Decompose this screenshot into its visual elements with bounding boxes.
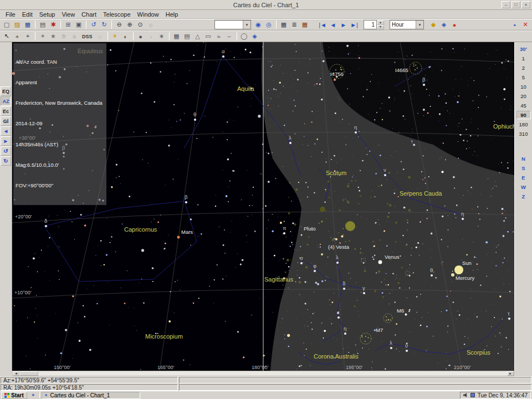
nav-first-icon[interactable]: |◄: [318, 20, 328, 30]
fov-button-30m[interactable]: 30': [516, 45, 531, 53]
fov-button-310[interactable]: 310: [516, 130, 531, 138]
scroll-left-icon[interactable]: ◄: [13, 371, 19, 376]
pan-left-icon[interactable]: ◄: [1, 126, 11, 136]
compass-button-n[interactable]: N: [516, 155, 531, 163]
compass-button-e[interactable]: E: [516, 173, 531, 182]
object-list-icon[interactable]: ≣: [289, 20, 299, 30]
chevron-down-icon[interactable]: ▼: [243, 21, 250, 29]
fov-button-180[interactable]: 180: [516, 120, 531, 129]
comets-toggle-icon[interactable]: ∗: [157, 32, 167, 42]
scroll-right-icon[interactable]: ►: [507, 371, 514, 376]
scroll-trough[interactable]: [38, 371, 507, 376]
pan-icon[interactable]: +: [12, 32, 22, 42]
snapshot-icon[interactable]: ▣: [74, 20, 84, 30]
quick-launch-icon[interactable]: ✶: [29, 392, 38, 399]
center-icon[interactable]: ⌖: [23, 32, 33, 42]
volume-icon[interactable]: [463, 393, 468, 397]
zoom-out-icon[interactable]: ⊖: [114, 20, 124, 30]
grid-toggle-icon[interactable]: ▦: [279, 20, 289, 30]
fov-button-90[interactable]: 90: [516, 111, 531, 119]
menu-item-edit[interactable]: Edit: [19, 11, 36, 18]
const-bounds-toggle-icon[interactable]: ▭: [203, 32, 213, 42]
save-icon[interactable]: ▦: [23, 20, 33, 30]
new-chart-icon[interactable]: ▢: [2, 20, 12, 30]
star-names-toggle-icon[interactable]: ★: [48, 32, 58, 42]
search-object-icon[interactable]: ◉: [253, 20, 263, 30]
altaz-grid-toggle-icon[interactable]: ▤: [182, 32, 192, 42]
telescope-setup-icon[interactable]: ◈: [439, 20, 449, 30]
asteroids-toggle-icon[interactable]: ∙: [146, 32, 156, 42]
planets-toggle-icon[interactable]: ●: [136, 32, 146, 42]
fov-button-45[interactable]: 45: [516, 101, 531, 110]
maximize-button[interactable]: □: [511, 1, 520, 8]
taskbar-window-button[interactable]: ✶ Cartes du Ciel - Chart_1: [42, 392, 140, 399]
dock-panel-icon[interactable]: ▪: [510, 20, 520, 30]
observatory-icon[interactable]: ●: [449, 20, 459, 30]
compass-button-w[interactable]: W: [516, 183, 531, 191]
pan-right-icon[interactable]: ►: [1, 136, 11, 146]
tray-app-icon[interactable]: [470, 393, 475, 397]
start-button[interactable]: Start: [1, 392, 27, 399]
close-button[interactable]: ×: [521, 1, 530, 8]
time-now-icon[interactable]: ◆: [428, 20, 438, 30]
scroll-thumb[interactable]: [19, 371, 38, 376]
variable-stars-toggle-icon[interactable]: ☆: [59, 32, 69, 42]
coord-gal-button[interactable]: Gl: [1, 116, 11, 126]
nebula-outline-toggle-icon[interactable]: ◌: [95, 32, 105, 42]
search-combo[interactable]: ▼: [214, 20, 251, 29]
fov-button-20[interactable]: 20: [516, 92, 531, 100]
print-icon[interactable]: ▤: [38, 20, 48, 30]
calendar-icon[interactable]: ▦: [300, 20, 310, 30]
zoom-default-icon[interactable]: ⊙: [135, 20, 145, 30]
milkyway-toggle-icon[interactable]: ≈: [214, 32, 224, 42]
telescope-panel-icon[interactable]: ◈: [250, 32, 260, 42]
minimize-button[interactable]: –: [502, 1, 510, 8]
redo-icon[interactable]: ↻: [99, 20, 109, 30]
rotate-ccw-icon[interactable]: ↺: [1, 146, 11, 156]
menu-item-window[interactable]: Window: [134, 11, 162, 18]
spin-down-icon[interactable]: ▼: [377, 25, 384, 29]
horizon-toggle-icon[interactable]: −: [224, 32, 234, 42]
nav-last-icon[interactable]: ►|: [349, 20, 359, 30]
stars-toggle-icon[interactable]: ✶: [38, 32, 48, 42]
zoom-selection-icon[interactable]: ◌: [146, 20, 156, 30]
copy-icon[interactable]: ⊞: [63, 20, 73, 30]
fov-button-1[interactable]: 1: [516, 54, 531, 63]
fov-circle-icon[interactable]: ◯: [239, 32, 249, 42]
spin-up-icon[interactable]: ▲: [377, 21, 384, 25]
fov-button-5[interactable]: 5: [516, 73, 531, 81]
night-vision-icon[interactable]: ☀: [110, 32, 120, 42]
fov-button-10[interactable]: 10: [516, 83, 531, 91]
eq-grid-toggle-icon[interactable]: ▦: [172, 32, 182, 42]
config-icon[interactable]: ✱: [48, 20, 58, 30]
coord-ecl-button[interactable]: Ec: [1, 106, 11, 116]
menu-item-setup[interactable]: Setup: [36, 11, 59, 18]
menu-item-telescope[interactable]: Telescope: [100, 11, 134, 18]
compass-button-s[interactable]: S: [516, 164, 531, 172]
menu-item-file[interactable]: File: [2, 11, 19, 18]
time-unit-combo[interactable]: Hour ▼: [390, 20, 424, 29]
menu-item-chart[interactable]: Chart: [78, 11, 100, 18]
coord-az-button[interactable]: AZ: [1, 96, 11, 106]
menu-item-help[interactable]: Help: [162, 11, 182, 18]
close-toolbar-icon[interactable]: ✕: [520, 20, 530, 30]
chart-color-icon[interactable]: ◐: [121, 32, 131, 42]
time-step-value[interactable]: 1: [364, 20, 377, 29]
menu-item-view[interactable]: View: [58, 11, 78, 18]
undo-icon[interactable]: ↺: [89, 20, 99, 30]
compass-button-z[interactable]: Z: [516, 192, 531, 201]
dss-image-toggle[interactable]: DSS: [80, 32, 95, 42]
nav-next-icon[interactable]: ►: [339, 20, 349, 30]
rotate-cw-icon[interactable]: ↻: [1, 156, 11, 166]
open-icon[interactable]: ▨: [12, 20, 22, 30]
deepsky-toggle-icon[interactable]: ○: [69, 32, 79, 42]
const-lines-toggle-icon[interactable]: △: [193, 32, 203, 42]
zoom-in-icon[interactable]: ⊕: [125, 20, 135, 30]
nav-prev-icon[interactable]: ◄: [328, 20, 338, 30]
coord-eq-button[interactable]: EQ: [1, 86, 11, 96]
pointer-icon[interactable]: ↖: [2, 32, 12, 42]
fov-button-2[interactable]: 2: [516, 64, 531, 72]
horizontal-scrollbar[interactable]: ◄ ►: [12, 371, 514, 376]
chevron-down-icon[interactable]: ▼: [416, 21, 423, 29]
star-chart[interactable]: EquuleusAquilaScutumSerpens CaudaOphiuch…: [12, 42, 514, 371]
